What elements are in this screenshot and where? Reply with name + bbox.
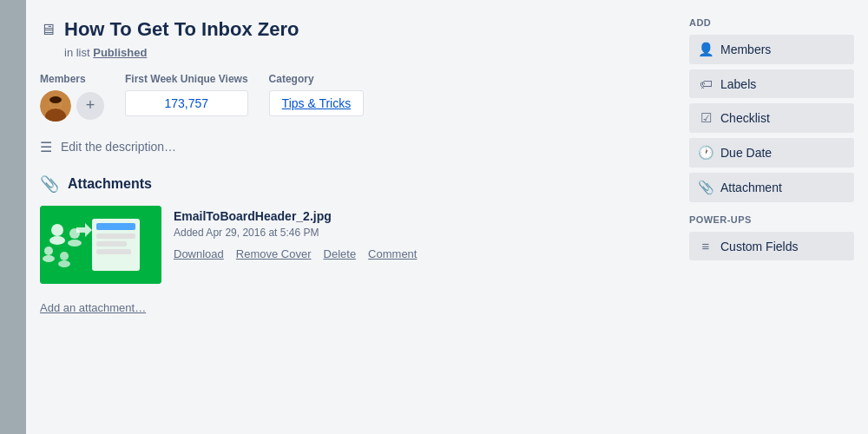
svg-point-4 (49, 96, 62, 103)
attachment-info: EmailToBoardHeader_2.jpg Added Apr 29, 2… (174, 206, 417, 284)
add-member-button[interactable]: + (76, 92, 104, 120)
labels-sidebar-icon: 🏷 (698, 76, 713, 91)
fields-row: Members + First Wee (40, 73, 672, 122)
checklist-btn-label: Checklist (720, 111, 770, 125)
in-list-label: in list Published (64, 46, 672, 59)
card-header: 🖥 How To Get To Inbox Zero (40, 17, 672, 43)
members-value: + (40, 90, 104, 122)
attachments-title: Attachments (68, 176, 152, 192)
remove-cover-button[interactable]: Remove Cover (236, 247, 312, 260)
attachment-item: EmailToBoardHeader_2.jpg Added Apr 29, 2… (40, 206, 672, 284)
views-label: First Week Unique Views (125, 73, 248, 85)
members-btn-label: Members (720, 43, 771, 56)
members-sidebar-icon: 👤 (698, 42, 713, 57)
download-button[interactable]: Download (174, 247, 224, 260)
due-date-sidebar-icon: 🕐 (698, 145, 713, 161)
category-value[interactable]: Tips & Tricks (269, 90, 365, 116)
labels-btn-label: Labels (720, 77, 756, 91)
sidebar-attachment-button[interactable]: 📎 Attachment (689, 173, 854, 202)
list-link[interactable]: Published (93, 46, 147, 59)
attachment-actions: Download Remove Cover Delete Comment (174, 247, 417, 260)
add-section-title: Add (689, 17, 854, 28)
right-sidebar: Add 👤 Members 🏷 Labels ☑ Checklist 🕐 Due… (689, 17, 854, 417)
attachment-date: Added Apr 29, 2016 at 5:46 PM (174, 227, 417, 239)
card-type-icon: 🖥 (40, 21, 56, 39)
sidebar-members-button[interactable]: 👤 Members (689, 35, 854, 64)
svg-rect-7 (96, 223, 135, 230)
svg-rect-10 (96, 249, 131, 254)
attachment-thumb-svg (40, 206, 161, 284)
comment-button[interactable]: Comment (368, 247, 417, 260)
attachments-icon: 📎 (40, 174, 59, 194)
sidebar-custom-fields-button[interactable]: ≡ Custom Fields (689, 232, 854, 260)
attachment-thumbnail (40, 206, 161, 284)
description-row: ☰ Edit the description… (40, 139, 672, 155)
due-date-btn-label: Due Date (720, 146, 772, 160)
svg-rect-8 (96, 233, 135, 239)
description-icon: ☰ (40, 139, 52, 155)
svg-point-11 (51, 224, 63, 236)
svg-rect-9 (96, 241, 127, 247)
category-label: Category (269, 73, 365, 85)
power-ups-title: Power-Ups (689, 214, 854, 225)
svg-point-16 (43, 255, 55, 262)
avatar-svg (40, 90, 71, 122)
views-field: First Week Unique Views 173,757 (125, 73, 248, 122)
left-sidebar (0, 0, 26, 434)
attachment-sidebar-icon: 📎 (698, 180, 713, 195)
sidebar-labels-button[interactable]: 🏷 Labels (689, 69, 854, 98)
members-field: Members + (40, 73, 104, 122)
main-panel: 🖥 How To Get To Inbox Zero in list Publi… (26, 0, 868, 434)
sidebar-due-date-button[interactable]: 🕐 Due Date (689, 138, 854, 168)
attachment-btn-label: Attachment (720, 181, 782, 194)
card-content: 🖥 How To Get To Inbox Zero in list Publi… (40, 17, 672, 417)
attachments-header: 📎 Attachments (40, 174, 672, 194)
add-attachment-link[interactable]: Add an attachment… (40, 301, 146, 314)
attachment-filename: EmailToBoardHeader_2.jpg (174, 209, 417, 223)
delete-button[interactable]: Delete (324, 247, 357, 260)
svg-point-12 (49, 236, 65, 245)
attachments-section: 📎 Attachments (40, 174, 672, 315)
edit-description-link[interactable]: Edit the description… (61, 140, 176, 154)
category-field: Category Tips & Tricks (269, 73, 365, 122)
custom-fields-sidebar-icon: ≡ (698, 239, 713, 253)
svg-point-17 (60, 252, 69, 260)
sidebar-checklist-button[interactable]: ☑ Checklist (689, 103, 854, 133)
svg-point-15 (44, 247, 53, 255)
views-value[interactable]: 173,757 (125, 90, 248, 116)
svg-point-18 (58, 260, 70, 267)
checklist-sidebar-icon: ☑ (698, 110, 713, 126)
card-title: How To Get To Inbox Zero (64, 17, 299, 43)
avatar[interactable] (40, 90, 71, 122)
members-label: Members (40, 73, 104, 85)
svg-point-14 (68, 240, 82, 247)
custom-fields-btn-label: Custom Fields (720, 240, 798, 253)
